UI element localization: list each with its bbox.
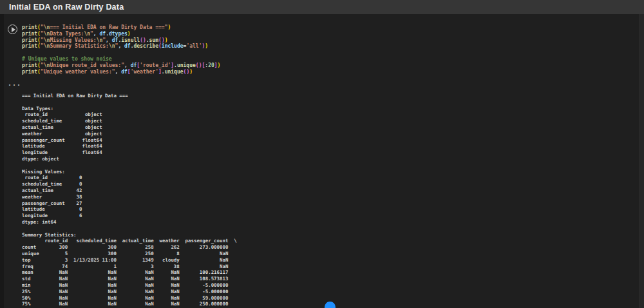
code-token: # Unique values to show noise (22, 56, 112, 62)
code-token: 'all' (186, 43, 202, 49)
code-line[interactable]: print("\nUnique route_id values:", df['r… (22, 63, 220, 69)
code-token: ) (189, 69, 193, 75)
code-token: ) (218, 63, 221, 68)
code-token: \n (109, 43, 115, 49)
code-token: Summary Statistics: (50, 43, 109, 49)
code-token: \n (44, 43, 50, 49)
code-token: 'route_id' (140, 63, 171, 68)
code-token: , (118, 43, 124, 49)
code-line[interactable]: # Unique values to show noise (22, 56, 220, 63)
code-token: dtypes (109, 31, 128, 37)
scrollbar[interactable] (639, 14, 644, 308)
code-token: print (22, 63, 37, 68)
code-token: sum (149, 37, 158, 43)
code-token: Data Types: (50, 31, 84, 37)
run-cell-button[interactable] (8, 24, 17, 34)
code-line[interactable] (22, 50, 220, 56)
code-token: , (124, 63, 131, 68)
code-token: \n (44, 63, 50, 68)
code-token: , (115, 69, 122, 75)
code-token: \n (84, 31, 90, 37)
code-token: 'weather' (131, 69, 158, 75)
code-token: , (106, 37, 112, 43)
code-token: describe (133, 43, 158, 49)
code-token: \n (44, 24, 50, 30)
code-token: df (99, 31, 106, 37)
code-token: print (22, 37, 37, 43)
code-token: Missing Values: (50, 37, 96, 43)
code-token: include (162, 43, 184, 49)
code-line[interactable]: print("\n=== Initial EDA on Raw Dirty Da… (22, 24, 220, 31)
scroll-to-bottom-button[interactable] (325, 302, 336, 308)
code-token: df (131, 63, 137, 68)
code-token: \n (44, 37, 50, 43)
code-token: df (124, 43, 131, 49)
code-token: df (121, 69, 128, 75)
left-gutter (0, 14, 5, 308)
code-token: isnull (121, 37, 140, 43)
code-token: unique (177, 63, 196, 68)
code-line[interactable]: print("Unique weather values:", df['weat… (22, 69, 220, 75)
markdown-header-cell: Initial EDA on Raw Dirty Data (0, 0, 644, 14)
cell-output-text: === Initial EDA on Raw Dirty Data === Da… (22, 93, 237, 306)
code-token: print (22, 43, 37, 49)
code-token: === Initial EDA on Raw Dirty Data ===" (50, 24, 167, 30)
code-line[interactable]: print("\nSummary Statistics:\n", df.desc… (22, 43, 220, 50)
code-line[interactable]: print("\nMissing Values:\n", df.isnull()… (22, 37, 220, 44)
code-line[interactable]: print("\nData Types:\n", df.dtypes) (22, 31, 220, 37)
code-token: 20 (208, 63, 214, 68)
code-token: ) (205, 43, 208, 49)
code-token: df (112, 37, 118, 43)
code-lines[interactable]: print("\n=== Initial EDA on Raw Dirty Da… (22, 24, 220, 75)
code-token: ) (165, 37, 168, 43)
code-token: ) (167, 24, 171, 30)
code-token: unique (165, 69, 184, 75)
code-token: Unique route_id values:" (50, 63, 124, 68)
page-title: Initial EDA on Raw Dirty Data (9, 3, 124, 12)
code-token: print (22, 69, 37, 75)
code-token: \n (44, 31, 50, 37)
code-token: print (22, 31, 37, 37)
play-icon (12, 27, 15, 32)
code-token: "Unique weather values:" (41, 69, 115, 75)
code-token: \n (97, 37, 103, 43)
code-token: ) (128, 31, 131, 37)
code-token: print (22, 24, 37, 30)
output-ellipsis-icon[interactable]: ... (8, 80, 21, 87)
